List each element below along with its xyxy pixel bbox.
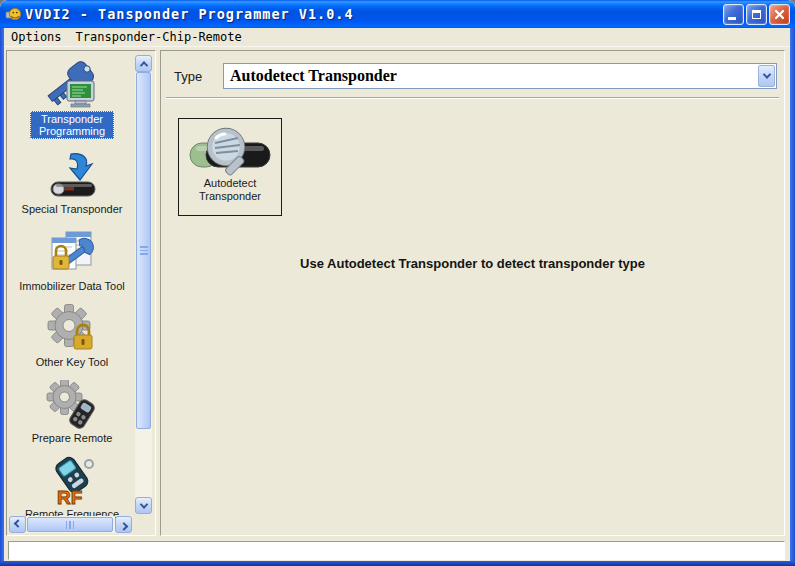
chevron-down-icon: [762, 70, 770, 78]
horizontal-scroll-thumb[interactable]: [27, 517, 113, 532]
sidebar-item-label: Immobilizer Data Tool: [19, 280, 125, 292]
minimize-icon: [728, 17, 736, 20]
sidebar-item-prepare-remote[interactable]: Prepare Remote: [9, 381, 135, 444]
transponder-arrow-icon: [44, 152, 100, 200]
maximize-button[interactable]: [746, 4, 767, 25]
window-border-right: [790, 28, 795, 566]
close-icon: [774, 9, 785, 20]
chevron-left-icon: [13, 519, 21, 527]
document-wrench-lock-icon: [44, 229, 100, 277]
autodetect-transponder-tile[interactable]: Autodetect Transponder: [178, 118, 282, 216]
title-bar[interactable]: VVDI2 - Tansponder Programmer V1.0.4: [0, 0, 795, 28]
sidebar-item-special-transponder[interactable]: Special Transponder: [9, 152, 135, 215]
sidebar-horizontal-scrollbar[interactable]: [9, 516, 132, 533]
chevron-right-icon: [119, 522, 127, 530]
remote-rf-icon: RF: [44, 457, 100, 505]
maximize-icon: [752, 10, 761, 19]
scroll-up-button[interactable]: [135, 55, 152, 72]
menu-transponder-chip-remote[interactable]: Transponder-Chip-Remote: [69, 29, 249, 45]
vertical-scroll-thumb[interactable]: [136, 72, 151, 429]
close-button[interactable]: [769, 4, 790, 25]
minimize-button[interactable]: [723, 4, 744, 25]
sidebar: Transponder Programming Special Transpon…: [6, 50, 156, 536]
sidebar-item-transponder-programming[interactable]: Transponder Programming: [9, 60, 135, 139]
transponder-type-dropdown[interactable]: Autodetect Transponder: [223, 63, 777, 89]
chevron-down-icon: [139, 500, 147, 508]
instruction-message: Use Autodetect Transponder to detect tra…: [161, 256, 784, 271]
magnifier-transponder-icon: [184, 125, 276, 177]
chevron-up-icon: [139, 61, 147, 69]
scroll-right-button[interactable]: [115, 516, 132, 533]
svg-text:RF: RF: [57, 487, 82, 506]
window-border-bottom: [0, 561, 795, 566]
menu-options[interactable]: Options: [4, 29, 69, 45]
dropdown-button[interactable]: [758, 65, 775, 87]
sidebar-item-remote-frequence[interactable]: RF Remote Frequence: [9, 457, 135, 520]
scroll-left-button[interactable]: [9, 516, 26, 533]
sidebar-item-other-key-tool[interactable]: Other Key Tool: [9, 305, 135, 368]
vertical-scroll-track[interactable]: [135, 72, 152, 497]
status-bar: [8, 541, 785, 560]
horizontal-scroll-track[interactable]: [26, 516, 115, 533]
app-icon: [5, 6, 21, 22]
menu-bar: Options Transponder-Chip-Remote: [4, 28, 790, 47]
sidebar-item-label: Special Transponder: [22, 203, 123, 215]
thumb-grip: [66, 521, 75, 529]
separator-line: [166, 97, 779, 99]
thumb-grip: [140, 246, 148, 255]
window-title: VVDI2 - Tansponder Programmer V1.0.4: [25, 6, 354, 22]
key-monitor-icon: [44, 60, 100, 108]
main-panel: Type Autodetect Transponder: [160, 50, 785, 536]
sidebar-vertical-scrollbar[interactable]: [135, 55, 152, 514]
dropdown-selected-value: Autodetect Transponder: [224, 67, 757, 85]
gear-lock-icon: [44, 305, 100, 353]
sidebar-item-immobilizer-data-tool[interactable]: Immobilizer Data Tool: [9, 229, 135, 292]
tile-label: Autodetect Transponder: [190, 177, 270, 203]
window-border-left: [0, 28, 4, 566]
sidebar-item-label: Transponder Programming: [30, 111, 114, 139]
sidebar-item-label: Other Key Tool: [36, 356, 109, 368]
gear-remote-icon: [44, 381, 100, 429]
application-window: VVDI2 - Tansponder Programmer V1.0.4 Opt…: [0, 0, 795, 566]
type-label: Type: [174, 69, 202, 84]
sidebar-item-label: Prepare Remote: [32, 432, 113, 444]
scroll-down-button[interactable]: [135, 497, 152, 514]
